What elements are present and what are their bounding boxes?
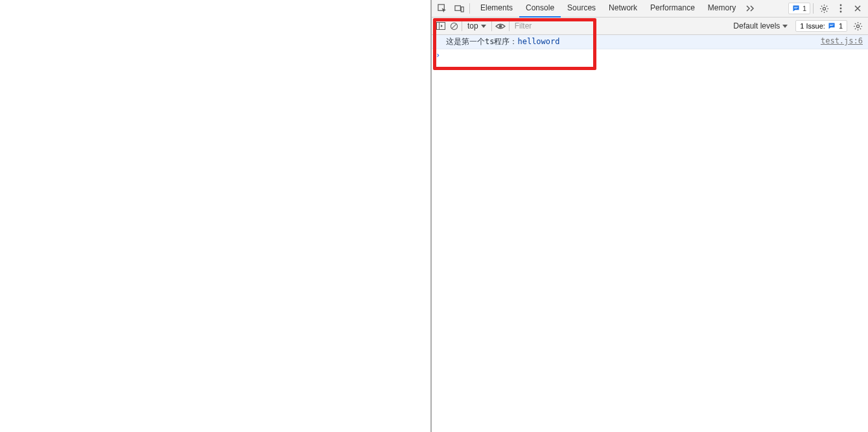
separator bbox=[462, 21, 462, 31]
settings-gear-icon[interactable] bbox=[816, 1, 832, 16]
console-output: 这是第一个ts程序：helloword test.js:6 › bbox=[432, 35, 868, 432]
filter-input[interactable] bbox=[511, 20, 686, 32]
tabs-overflow-icon[interactable] bbox=[742, 0, 758, 18]
console-prompt-row[interactable]: › bbox=[432, 49, 868, 61]
console-settings-gear-icon[interactable] bbox=[850, 21, 865, 31]
svg-point-5 bbox=[823, 7, 825, 10]
console-toolbar: top Default levels 1 Issue: 1 bbox=[432, 18, 868, 35]
warnings-count: 1 bbox=[803, 5, 806, 12]
prompt-chevron-icon: › bbox=[436, 51, 440, 60]
devtools-header: Elements Console Sources Network Perform… bbox=[432, 0, 868, 18]
tab-performance[interactable]: Performance bbox=[644, 0, 701, 18]
svg-point-6 bbox=[840, 5, 842, 6]
console-log-row[interactable]: 这是第一个ts程序：helloword test.js:6 bbox=[432, 35, 868, 49]
inspect-element-icon[interactable] bbox=[434, 1, 450, 16]
separator bbox=[813, 3, 814, 14]
tab-network[interactable]: Network bbox=[602, 0, 644, 18]
separator bbox=[491, 21, 492, 31]
levels-label: Default levels bbox=[733, 21, 780, 30]
devtools-tabs: Elements Console Sources Network Perform… bbox=[474, 0, 758, 18]
svg-point-7 bbox=[840, 8, 842, 10]
svg-line-12 bbox=[452, 24, 456, 29]
svg-rect-4 bbox=[794, 8, 797, 8]
close-icon[interactable] bbox=[850, 1, 865, 16]
message-icon bbox=[792, 5, 801, 13]
source-link[interactable]: test.js:6 bbox=[821, 36, 863, 45]
message-icon bbox=[828, 22, 836, 30]
svg-point-13 bbox=[499, 25, 502, 28]
tab-memory[interactable]: Memory bbox=[701, 0, 742, 18]
svg-rect-3 bbox=[794, 7, 798, 8]
devtools-header-left bbox=[432, 1, 474, 16]
context-label: top bbox=[467, 21, 478, 30]
issues-label: 1 Issue: bbox=[800, 22, 825, 30]
svg-rect-1 bbox=[454, 5, 460, 10]
tab-elements[interactable]: Elements bbox=[474, 0, 519, 18]
clear-console-icon[interactable] bbox=[447, 18, 460, 34]
kebab-menu-icon[interactable] bbox=[833, 1, 849, 16]
warnings-badge[interactable]: 1 bbox=[788, 3, 810, 14]
svg-rect-2 bbox=[461, 6, 463, 12]
execution-context-selector[interactable]: top bbox=[463, 21, 490, 30]
separator bbox=[469, 3, 470, 14]
devtools-header-right: 1 bbox=[788, 1, 868, 16]
issues-button[interactable]: 1 Issue: 1 bbox=[795, 20, 847, 32]
page-viewport bbox=[0, 0, 432, 432]
svg-rect-14 bbox=[830, 25, 834, 25]
svg-rect-15 bbox=[830, 25, 833, 26]
issues-count: 1 bbox=[839, 22, 843, 30]
chevron-down-icon bbox=[782, 25, 788, 28]
console-sidebar-toggle-icon[interactable] bbox=[434, 18, 447, 34]
message-prefix: 这是第一个ts程序： bbox=[446, 37, 517, 46]
separator bbox=[509, 21, 510, 31]
svg-point-8 bbox=[840, 11, 842, 13]
device-toggle-icon[interactable] bbox=[451, 1, 467, 16]
log-levels-selector[interactable]: Default levels bbox=[729, 21, 792, 30]
tab-sources[interactable]: Sources bbox=[561, 0, 602, 18]
console-message: 这是第一个ts程序：helloword bbox=[446, 36, 559, 47]
devtools-panel: Elements Console Sources Network Perform… bbox=[432, 0, 868, 432]
chevron-down-icon bbox=[481, 25, 486, 28]
tab-console[interactable]: Console bbox=[519, 0, 561, 18]
svg-point-16 bbox=[856, 25, 859, 27]
live-expression-eye-icon[interactable] bbox=[493, 18, 508, 34]
message-value: helloword bbox=[517, 37, 559, 46]
